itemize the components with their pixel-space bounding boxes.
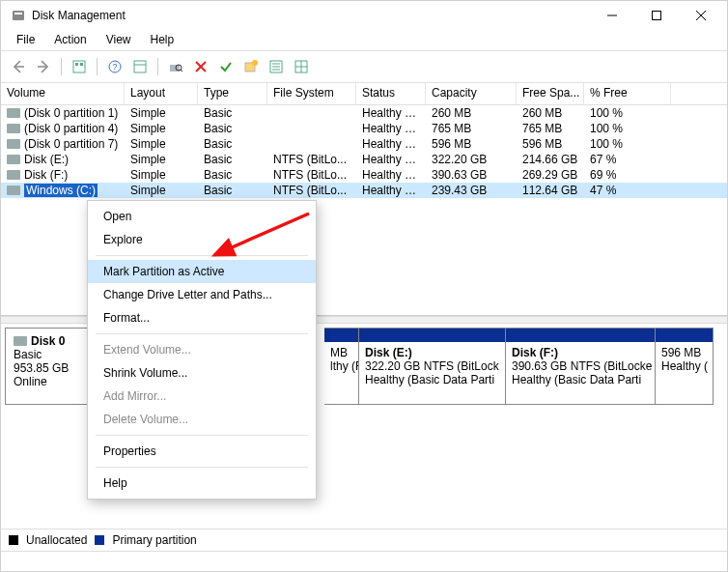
col-file-system[interactable]: File System (267, 83, 356, 104)
ctx-change-drive-letter[interactable]: Change Drive Letter and Paths... (88, 283, 316, 306)
ctx-format[interactable]: Format... (88, 306, 316, 329)
cell: 260 MB (517, 106, 584, 120)
cell: 269.29 GB (517, 168, 584, 182)
volume-name: (Disk 0 partition 1) (24, 106, 118, 120)
col-percent-free[interactable]: % Free (584, 83, 671, 104)
col-layout[interactable]: Layout (125, 83, 198, 104)
check-icon[interactable] (214, 55, 238, 78)
settings-list-button[interactable] (265, 55, 288, 78)
col-capacity[interactable]: Capacity (426, 83, 517, 104)
cell: Basic (198, 137, 267, 151)
partition-size: MB (330, 346, 352, 359)
col-volume[interactable]: Volume (1, 83, 125, 104)
forward-button[interactable] (32, 55, 55, 78)
col-spacer (671, 83, 727, 104)
partition-status: lthy (Re (330, 359, 352, 373)
toolbar: ? (1, 50, 727, 83)
col-type[interactable]: Type (198, 83, 267, 104)
cell: Healthy (R... (356, 122, 426, 135)
col-free-space[interactable]: Free Spa... (517, 83, 584, 104)
cell: 765 MB (517, 122, 584, 135)
ctx-delete-volume[interactable]: Delete Volume... (88, 408, 316, 431)
volume-icon (7, 155, 20, 164)
cell: 47 % (584, 184, 671, 197)
cell: 214.66 GB (517, 153, 584, 166)
volume-row[interactable]: (Disk 0 partition 7)SimpleBasicHealthy (… (1, 136, 727, 152)
views-button[interactable] (68, 55, 91, 78)
cell: 390.63 GB (426, 168, 517, 182)
close-button[interactable] (679, 1, 723, 30)
cell: 322.20 GB (426, 153, 517, 166)
cell: Simple (125, 122, 198, 135)
cell: Healthy (B... (356, 168, 426, 182)
menu-file[interactable]: File (9, 31, 42, 48)
volume-icon (7, 139, 20, 149)
menu-bar: File Action View Help (1, 30, 727, 50)
cell: 100 % (584, 106, 671, 120)
ctx-explore[interactable]: Explore (88, 228, 316, 251)
context-menu: Open Explore Mark Partition as Active Ch… (87, 200, 317, 500)
svg-rect-9 (134, 61, 146, 72)
disk-partitions: MBlthy (ReDisk (E:)322.20 GB NTFS (BitLo… (324, 328, 723, 405)
volume-row[interactable]: (Disk 0 partition 1)SimpleBasicHealthy (… (1, 105, 727, 121)
volume-icon (7, 108, 20, 118)
cell: Basic (198, 153, 267, 166)
minimize-button[interactable] (590, 1, 634, 30)
ctx-open[interactable]: Open (88, 205, 316, 228)
partition[interactable]: 596 MBHealthy ( (656, 328, 714, 405)
column-headers[interactable]: Volume Layout Type File System Status Ca… (1, 83, 727, 105)
refresh-button[interactable] (128, 55, 152, 78)
ctx-shrink-volume[interactable]: Shrink Volume... (88, 361, 316, 385)
partition[interactable]: MBlthy (Re (324, 328, 359, 405)
rescan-button[interactable] (164, 55, 187, 78)
ctx-mark-active[interactable]: Mark Partition as Active (88, 260, 316, 283)
menu-action[interactable]: Action (46, 31, 94, 48)
legend-primary-swatch (95, 535, 104, 545)
volume-row[interactable]: (Disk 0 partition 4)SimpleBasicHealthy (… (1, 121, 727, 136)
volume-row[interactable]: Disk (E:)SimpleBasicNTFS (BitLo...Health… (1, 152, 727, 167)
cell: Healthy (E... (356, 106, 426, 120)
cell: 100 % (584, 122, 671, 135)
app-icon (11, 8, 26, 23)
volume-name: (Disk 0 partition 4) (24, 122, 118, 135)
window-title: Disk Management (32, 9, 126, 22)
svg-rect-5 (75, 63, 78, 66)
ctx-add-mirror[interactable]: Add Mirror... (88, 385, 316, 408)
status-bar (1, 551, 727, 571)
menu-view[interactable]: View (98, 31, 139, 48)
cell: Simple (125, 106, 198, 120)
partition-title: Disk (E:) (365, 346, 499, 359)
cell: 596 MB (517, 137, 584, 151)
cell: Simple (125, 184, 198, 197)
partition-status: Healthy (Basic Data Parti (365, 373, 499, 386)
maximize-button[interactable] (634, 1, 679, 30)
cell: 69 % (584, 168, 671, 182)
settings-grid-button[interactable] (290, 55, 313, 78)
disk-type: Basic (14, 348, 93, 361)
volume-row[interactable]: Windows (C:)SimpleBasicNTFS (BitLo...Hea… (1, 183, 727, 198)
help-button[interactable]: ? (103, 55, 126, 78)
partition[interactable]: Disk (E:)322.20 GB NTFS (BitLockHealthy … (359, 328, 506, 405)
svg-line-13 (181, 70, 182, 72)
svg-text:?: ? (112, 62, 117, 72)
delete-icon[interactable] (189, 55, 212, 78)
cell: Simple (125, 153, 198, 166)
new-partition-button[interactable] (239, 55, 263, 78)
ctx-extend-volume[interactable]: Extend Volume... (88, 338, 316, 361)
cell: 112.64 GB (517, 184, 584, 197)
disk-state: Online (14, 375, 93, 388)
partition[interactable]: Disk (F:)390.63 GB NTFS (BitLockeHealthy… (506, 328, 656, 405)
partition-status: Healthy (Basic Data Parti (512, 373, 649, 386)
ctx-help[interactable]: Help (88, 472, 316, 495)
svg-rect-1 (653, 12, 661, 20)
disk-size: 953.85 GB (14, 361, 93, 375)
svg-point-17 (252, 60, 258, 66)
menu-help[interactable]: Help (143, 31, 182, 48)
volume-row[interactable]: Disk (F:)SimpleBasicNTFS (BitLo...Health… (1, 167, 727, 183)
back-button[interactable] (7, 55, 30, 78)
cell: 100 % (584, 137, 671, 151)
cell: Basic (198, 168, 267, 182)
col-status[interactable]: Status (356, 83, 426, 104)
cell: 260 MB (426, 106, 517, 120)
ctx-properties[interactable]: Properties (88, 440, 316, 463)
